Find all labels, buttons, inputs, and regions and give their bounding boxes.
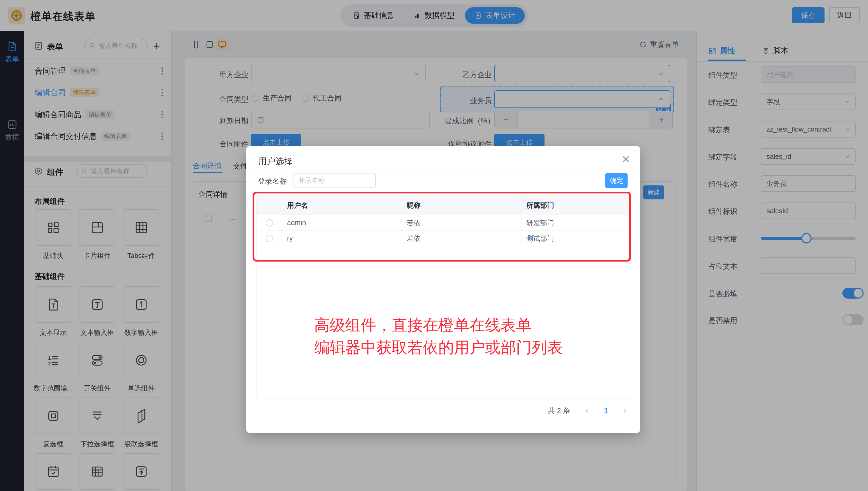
table-row[interactable]: ry 若依 测试部门 xyxy=(256,230,631,246)
column-header-username: 用户名 xyxy=(282,196,402,215)
cell-username: ry xyxy=(282,231,402,246)
user-select-dialog: 用户选择 ✕ 登录名称 确定 用户名 昵称 所属部门 admin 若依 研发部门… xyxy=(246,146,640,433)
cell-username: admin xyxy=(282,215,402,230)
column-header-dept: 所属部门 xyxy=(522,196,631,215)
cell-nickname: 若依 xyxy=(402,231,522,246)
annotation-text: 高级组件，直接在橙单在线表单 编辑器中获取若依的用户或部门列表 xyxy=(314,314,563,359)
column-header-nickname: 昵称 xyxy=(402,196,522,215)
annotation-line-1: 高级组件，直接在橙单在线表单 xyxy=(314,314,563,337)
cell-nickname: 若依 xyxy=(402,215,522,230)
pagination-total: 共 2 条 xyxy=(548,406,570,416)
confirm-button[interactable]: 确定 xyxy=(605,173,627,188)
login-name-input[interactable] xyxy=(293,173,376,188)
row-radio[interactable] xyxy=(266,235,273,242)
pagination: 共 2 条 1 xyxy=(548,406,628,416)
page-number[interactable]: 1 xyxy=(604,406,608,415)
login-name-label: 登录名称 xyxy=(258,176,287,186)
close-icon[interactable]: ✕ xyxy=(621,154,630,165)
next-page-icon[interactable] xyxy=(622,407,628,414)
annotation-line-2: 编辑器中获取若依的用户或部门列表 xyxy=(314,337,563,359)
radio-column-header xyxy=(256,196,282,215)
table-row[interactable]: admin 若依 研发部门 xyxy=(256,215,631,230)
cell-dept: 测试部门 xyxy=(522,231,631,246)
cell-dept: 研发部门 xyxy=(522,215,631,230)
row-radio[interactable] xyxy=(266,219,273,227)
table-header-row: 用户名 昵称 所属部门 xyxy=(256,196,631,215)
prev-page-icon[interactable] xyxy=(584,407,590,414)
app-root: 橙单在线表单 基础信息 数据模型 表单设计 保存 返回 表单 数据 xyxy=(0,0,868,491)
user-table: 用户名 昵称 所属部门 admin 若依 研发部门 ry 若依 测试部门 xyxy=(256,196,631,399)
dialog-title: 用户选择 xyxy=(258,156,292,167)
